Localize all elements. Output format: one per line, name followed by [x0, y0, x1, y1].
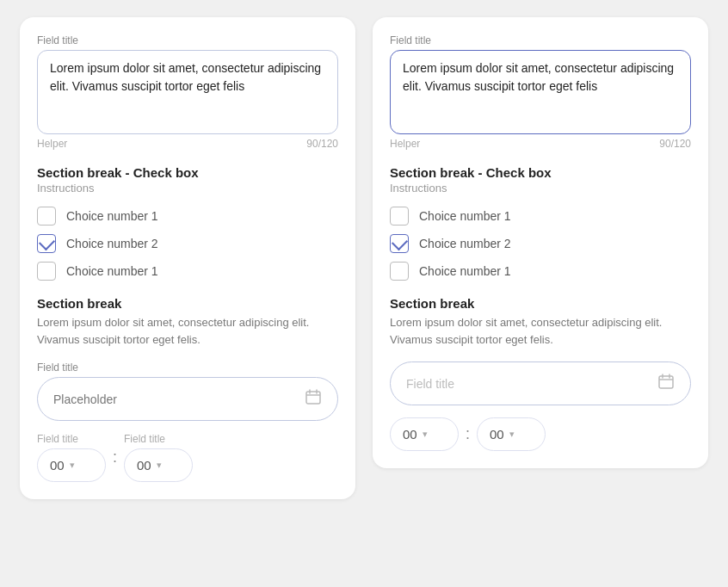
left-choice-1: Choice number 1 [37, 207, 338, 226]
left-time-field-2-group: Field title 00 ▾ [124, 433, 193, 482]
left-time-chevron-1: ▾ [70, 460, 75, 471]
right-time-select-1[interactable]: 00 ▾ [390, 417, 459, 451]
right-time-value-2: 00 [490, 427, 504, 442]
right-choice-3: Choice number 1 [390, 262, 691, 281]
left-choice-3: Choice number 1 [37, 262, 338, 281]
left-time-separator: : [113, 448, 117, 467]
right-date-field-wrapper[interactable] [390, 361, 691, 405]
right-time-row: 00 ▾ : 00 ▾ [390, 417, 691, 451]
left-time-row: Field title 00 ▾ : Field title 00 ▾ [37, 433, 338, 482]
left-helper-row: Helper 90/120 [37, 138, 338, 150]
left-section-instructions: Instructions [37, 182, 338, 195]
left-time-select-2[interactable]: 00 ▾ [124, 448, 193, 482]
left-checkbox-3[interactable] [37, 262, 56, 281]
right-helper-text: Helper [390, 138, 420, 150]
left-choice-2-label: Choice number 2 [66, 237, 158, 250]
right-field-title-label: Field title [390, 34, 691, 46]
left-textarea[interactable] [50, 59, 325, 121]
svg-rect-4 [659, 376, 673, 388]
right-time-value-1: 00 [403, 427, 417, 442]
right-choice-1-label: Choice number 1 [419, 209, 511, 223]
right-textarea[interactable] [403, 59, 678, 121]
right-helper-row: Helper 90/120 [390, 138, 691, 150]
right-section-break-checkbox: Section break - Check box Instructions C… [390, 165, 691, 281]
right-checkbox-1[interactable] [390, 207, 409, 226]
left-choice-3-label: Choice number 1 [66, 264, 158, 278]
left-checkbox-2[interactable] [37, 234, 56, 253]
left-time-value-2: 00 [137, 458, 151, 473]
right-section-checkbox-title: Section break - Check box [390, 165, 691, 180]
right-calendar-icon [657, 373, 675, 394]
right-time-separator: : [466, 425, 470, 443]
svg-rect-0 [306, 392, 320, 404]
left-time-field1-label: Field title [37, 433, 106, 445]
left-checkbox-1[interactable] [37, 207, 56, 226]
left-choice-1-label: Choice number 1 [66, 209, 158, 223]
right-section-plain-title: Section break [390, 296, 691, 311]
right-choice-2-label: Choice number 2 [419, 237, 511, 250]
left-time-value-1: 00 [50, 458, 65, 473]
right-section-plain-desc: Lorem ipsum dolor sit amet, consectetur … [390, 314, 691, 348]
left-time-field-1-group: Field title 00 ▾ [37, 433, 106, 482]
left-date-input[interactable] [53, 392, 305, 406]
left-calendar-icon [305, 388, 322, 410]
left-section-plain-title: Section break [37, 296, 338, 311]
right-checkbox-3[interactable] [390, 262, 409, 281]
right-section-break-plain: Section break Lorem ipsum dolor sit amet… [390, 296, 691, 451]
left-section-break-checkbox: Section break - Check box Instructions C… [37, 165, 338, 281]
left-card: Field title Helper 90/120 Section break … [20, 17, 355, 499]
right-time-chevron-1: ▾ [423, 429, 428, 440]
right-field-title-section: Field title Helper 90/120 [390, 34, 691, 150]
right-choice-1: Choice number 1 [390, 207, 691, 226]
right-section-instructions: Instructions [390, 182, 691, 195]
left-field-title-section: Field title Helper 90/120 [37, 34, 338, 150]
left-section-break-plain: Section break Lorem ipsum dolor sit amet… [37, 296, 338, 482]
right-checkbox-2[interactable] [390, 234, 409, 253]
left-field-title-label: Field title [37, 34, 338, 46]
left-choice-2: Choice number 2 [37, 234, 338, 253]
left-date-field-label: Field title [37, 361, 338, 374]
right-time-chevron-2: ▾ [509, 429, 515, 440]
right-choice-2: Choice number 2 [390, 234, 691, 253]
right-time-select-2[interactable]: 00 ▾ [477, 417, 546, 451]
right-textarea-wrapper [390, 50, 691, 134]
left-date-field-wrapper[interactable] [37, 377, 338, 421]
left-section-plain-desc: Lorem ipsum dolor sit amet, consectetur … [37, 314, 338, 348]
right-choice-3-label: Choice number 1 [419, 264, 511, 278]
left-textarea-wrapper [37, 50, 338, 134]
left-section-checkbox-title: Section break - Check box [37, 165, 338, 180]
right-card: Field title Helper 90/120 Section break … [373, 17, 708, 468]
left-time-chevron-2: ▾ [157, 460, 162, 471]
left-time-field2-label: Field title [124, 433, 193, 445]
left-char-count: 90/120 [306, 138, 338, 150]
right-date-input[interactable] [406, 377, 657, 391]
right-char-count: 90/120 [659, 138, 691, 150]
left-time-select-1[interactable]: 00 ▾ [37, 448, 106, 482]
left-helper-text: Helper [37, 138, 67, 150]
